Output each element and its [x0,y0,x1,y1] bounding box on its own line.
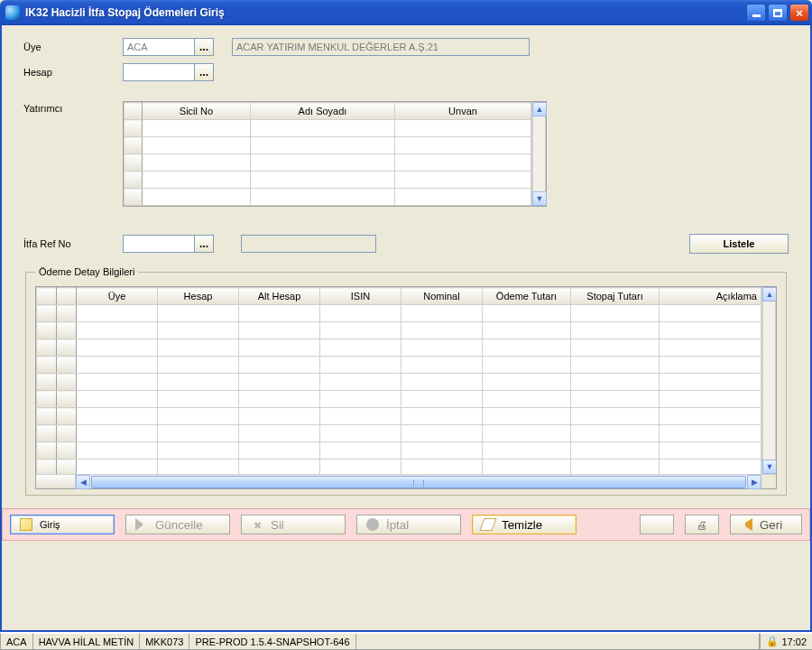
hesap-field[interactable] [123,63,195,81]
status-cell-code: MKK073 [139,633,189,650]
scroll-left-icon[interactable]: ◀ [76,475,90,489]
uye-lookup-button[interactable]: ... [194,38,214,56]
grid2-col-odemetutari[interactable]: Ödeme Tutarı [483,288,571,305]
window-close-button[interactable]: × [789,4,809,22]
temizle-icon [479,518,496,531]
yatirimci-grid-vscroll[interactable]: ▲ ▼ [531,102,546,206]
table-row [37,391,761,408]
client-area: Üye ... Hesap ... Yatırımcı Sicil No Adı… [0,25,812,632]
sil-button-label: Sil [271,518,284,532]
guncelle-button[interactable]: Güncelle [125,515,230,534]
giris-button[interactable]: Giriş [10,515,115,534]
geri-button[interactable]: Geri [730,515,802,534]
hscroll-thumb[interactable] [91,476,746,488]
odeme-detay-fieldset: Ödeme Detay Bilgileri Üye Hesap [25,266,787,496]
grid1-col-sicilno[interactable]: Sicil No [143,103,251,120]
table-row [37,442,761,460]
scroll-up-icon[interactable]: ▲ [762,287,776,302]
table-row [37,460,761,475]
table-row [37,322,761,339]
grid2-col-uye[interactable]: Üye [77,288,158,305]
detay-grid[interactable]: Üye Hesap Alt Hesap ISIN Nominal Ödeme T… [35,286,777,489]
uye-field[interactable] [123,38,195,56]
grid1-col-unvan[interactable]: Unvan [395,103,531,120]
guncelle-icon [135,518,148,531]
scroll-right-icon[interactable]: ▶ [747,475,761,489]
window-maximize-button[interactable] [768,4,788,22]
status-cell-time: 17:02 [760,633,812,650]
iptal-icon [366,518,379,531]
table-row [37,357,761,374]
status-cell-version: PRE-PROD 1.5.4-SNAPSHOT-646 [189,633,355,650]
print-button[interactable] [685,515,719,534]
detay-grid-hscroll[interactable]: ◀ ▶ [36,474,776,488]
app-icon [5,5,20,20]
window-titlebar: IK32 Hacizli İtfa Stopaj Ödemeleri Giriş… [0,0,812,25]
detay-grid-vscroll[interactable]: ▲ ▼ [761,287,776,474]
sil-icon [251,518,263,531]
giris-button-label: Giriş [40,519,60,530]
table-row [37,339,761,357]
grid2-col-hesap[interactable]: Hesap [158,288,239,305]
window-minimize-button[interactable] [746,4,766,22]
giris-icon [20,518,32,531]
odeme-detay-legend: Ödeme Detay Bilgileri [35,266,138,277]
guncelle-button-label: Güncelle [155,518,203,532]
yatirimci-label: Yatırımcı [23,101,123,114]
scroll-down-icon[interactable]: ▼ [762,460,776,474]
status-cell-aca: ACA [0,633,33,650]
window-title: IK32 Hacizli İtfa Stopaj Ödemeleri Giriş [25,6,746,19]
grid2-col-isin[interactable]: ISIN [320,288,401,305]
uye-description-field [232,38,530,56]
hesap-label: Hesap [23,67,123,78]
itfaref-label: İtfa Ref No [23,238,123,249]
grid2-col-stopajtutari[interactable]: Stopaj Tutarı [571,288,660,305]
table-row [37,408,761,425]
blank-button[interactable] [640,515,674,534]
iptal-button[interactable]: İptal [356,515,461,534]
geri-button-label: Geri [760,518,782,532]
grid2-col-nominal[interactable]: Nominal [401,288,483,305]
itfaref-readonly-field [241,235,376,253]
itfaref-lookup-button[interactable]: ... [194,235,214,253]
temizle-button[interactable]: Temizle [472,515,577,534]
uye-label: Üye [23,42,123,52]
iptal-button-label: İptal [386,518,409,532]
scroll-down-icon[interactable]: ▼ [532,191,547,206]
yatirimci-grid[interactable]: Sicil No Adı Soyadı Unvan ▲ ▼ [123,101,547,207]
grid2-col-aciklama[interactable]: Açıklama [660,288,761,305]
grid1-col-adisoyadi[interactable]: Adı Soyadı [251,103,395,120]
action-bar: Giriş Güncelle Sil İptal Temizle Geri [2,508,810,541]
back-arrow-icon [740,518,752,531]
table-row [37,425,761,442]
table-row [37,374,761,391]
grid2-col-althesap[interactable]: Alt Hesap [239,288,320,305]
status-cell-user: HAVVA HİLAL METİN [32,633,141,650]
temizle-button-label: Temizle [502,518,542,532]
itfaref-field[interactable] [123,235,195,253]
sil-button[interactable]: Sil [241,515,346,534]
table-row [37,305,761,322]
listele-button[interactable]: Listele [689,234,789,254]
hesap-lookup-button[interactable]: ... [194,63,214,81]
status-bar: ACA HAVVA HİLAL METİN MKK073 PRE-PROD 1.… [0,632,812,650]
scroll-up-icon[interactable]: ▲ [532,102,547,116]
print-icon [696,518,708,531]
